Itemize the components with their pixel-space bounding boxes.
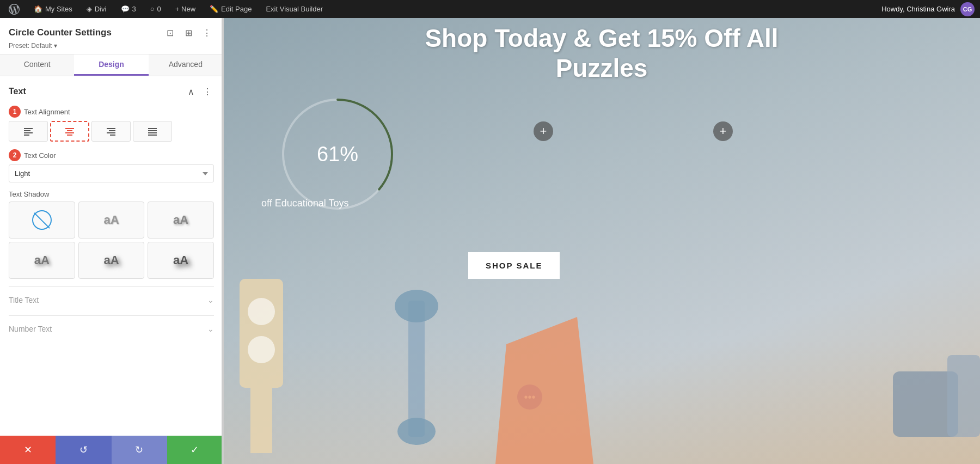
canvas-heading: Shop Today & Get 15% Off All Puzzles: [357, 18, 847, 83]
shadow-deep-option[interactable]: aA: [148, 242, 214, 279]
panel-header: Circle Counter Settings ⊡ ⊞ ⋮ Preset: De…: [0, 18, 223, 54]
edit-page-label: Edit Page: [221, 5, 252, 13]
tab-advanced[interactable]: Advanced: [149, 54, 223, 76]
circle-percent-label: 61%: [317, 143, 358, 166]
align-center-icon: [64, 127, 75, 136]
shadow-medium-option[interactable]: aA: [148, 202, 214, 239]
divi-icon: ◈: [87, 5, 92, 13]
divi-label: Divi: [95, 5, 107, 13]
save-button[interactable]: ✓: [167, 436, 223, 464]
align-right-btn[interactable]: [91, 121, 131, 142]
shadow-light-option[interactable]: aA: [78, 202, 145, 239]
user-avatar[interactable]: CG: [960, 2, 975, 16]
tab-content[interactable]: Content: [0, 54, 74, 76]
align-right-icon: [106, 127, 117, 136]
preset-selector[interactable]: Preset: Default ▾: [9, 42, 214, 50]
undo-button[interactable]: ↺: [56, 436, 111, 464]
exit-builder-btn[interactable]: Exit Visual Builder: [262, 3, 326, 15]
text-shadow-label: Text Shadow: [9, 190, 214, 198]
expand-icon[interactable]: ⊞: [181, 26, 195, 40]
exit-builder-label: Exit Visual Builder: [266, 5, 323, 13]
canvas-background: [223, 18, 980, 464]
text-section-title: Text: [9, 87, 26, 96]
text-shadow-row: Text Shadow aA aA: [9, 190, 214, 279]
admin-bar-right: Howdy, Christina Gwira CG: [881, 2, 975, 16]
howdy-text: Howdy, Christina Gwira: [881, 5, 955, 13]
panel-title: Circle Counter Settings: [9, 27, 112, 38]
edit-icon: ✏️: [210, 5, 218, 13]
comments-count: 3: [132, 5, 136, 13]
my-sites-label: My Sites: [45, 5, 72, 13]
home-icon: 🏠: [34, 5, 42, 13]
number-text-section: Number Text ⌄: [9, 315, 214, 339]
number-text-label: Number Text: [9, 325, 52, 333]
comment-count-btn[interactable]: ○ 0: [147, 3, 164, 15]
canvas-area: Shop Today & Get 15% Off All Puzzles 61%…: [223, 18, 980, 464]
shadow-strong-option[interactable]: aA: [9, 242, 75, 279]
title-text-chevron: ⌄: [207, 296, 214, 304]
tab-design[interactable]: Design: [74, 54, 148, 76]
dots-menu-btn[interactable]: •••: [517, 384, 542, 410]
step2-badge: 2: [9, 149, 21, 161]
title-text-section: Title Text ⌄: [9, 286, 214, 310]
redo-button[interactable]: ↻: [112, 436, 167, 464]
align-left-btn[interactable]: [9, 121, 48, 142]
shadow-light-preview: aA: [103, 213, 119, 227]
alignment-buttons: [9, 121, 214, 142]
text-section-more-icon[interactable]: ⋮: [201, 85, 214, 98]
circle-percent-value: 61%: [317, 143, 358, 166]
divi-btn[interactable]: ◈ Divi: [83, 3, 110, 15]
text-alignment-label: 1 Text Alignment: [9, 106, 214, 118]
panel-header-icons: ⊡ ⊞ ⋮: [163, 26, 214, 40]
text-color-label-text: Text Color: [24, 151, 56, 160]
align-center-btn[interactable]: [50, 121, 89, 142]
my-sites-btn[interactable]: 🏠 My Sites: [30, 3, 76, 15]
align-left-icon: [23, 127, 34, 136]
align-justify-btn[interactable]: [133, 121, 172, 142]
panel-tabs: Content Design Advanced: [0, 54, 223, 76]
comments-btn[interactable]: 💬 3: [118, 3, 139, 15]
circle-subtitle-text: off Educational Toys: [261, 198, 348, 209]
align-justify-icon: [147, 127, 158, 136]
number-text-chevron: ⌄: [207, 325, 214, 333]
title-text-label: Title Text: [9, 296, 39, 304]
admin-bar: 🏠 My Sites ◈ Divi 💬 3 ○ 0 + New ✏️ Edit …: [0, 0, 980, 18]
wordpress-icon: [9, 4, 20, 15]
new-btn[interactable]: + New: [172, 3, 199, 15]
no-shadow-icon: [32, 210, 52, 230]
shop-sale-button[interactable]: SHOP SALE: [468, 252, 560, 279]
comment-icon: 💬: [121, 5, 130, 13]
shadow-heavy-option[interactable]: aA: [78, 242, 145, 279]
number-text-header[interactable]: Number Text ⌄: [9, 323, 214, 339]
text-section-header: Text ∧ ⋮: [9, 85, 214, 98]
shadow-heavy-preview: aA: [103, 253, 119, 267]
shadow-none-option[interactable]: [9, 202, 75, 239]
step1-badge: 1: [9, 106, 21, 118]
text-alignment-label-text: Text Alignment: [24, 108, 70, 116]
section-controls: ∧ ⋮: [185, 85, 214, 98]
add-element-btn-1[interactable]: +: [534, 121, 553, 141]
shadow-deep-preview: aA: [173, 253, 188, 267]
minimize-icon[interactable]: ⊡: [163, 26, 177, 40]
text-alignment-row: 1 Text Alignment: [9, 106, 214, 142]
panel-title-row: Circle Counter Settings ⊡ ⊞ ⋮: [9, 26, 214, 40]
cancel-button[interactable]: ✕: [0, 436, 56, 464]
preset-label-text: Preset: Default: [9, 42, 52, 50]
canvas-heading-line2: Puzzles: [556, 54, 648, 82]
text-color-select[interactable]: Light Dark: [9, 164, 214, 182]
text-color-row: 2 Text Color Light Dark: [9, 149, 214, 182]
shadow-grid: aA aA aA aA aA: [9, 202, 214, 279]
title-text-header[interactable]: Title Text ⌄: [9, 295, 214, 310]
panel-content: Text ∧ ⋮ 1 Text Alignment: [0, 76, 223, 436]
wordpress-logo-btn[interactable]: [5, 2, 23, 17]
more-options-icon[interactable]: ⋮: [200, 26, 214, 40]
comment-badge: 0: [157, 5, 161, 13]
panel-resize-handle[interactable]: [222, 18, 224, 464]
circle-subtitle: off Educational Toys: [261, 198, 348, 209]
add-element-btn-2[interactable]: +: [713, 121, 733, 141]
admin-bar-left: 🏠 My Sites ◈ Divi 💬 3 ○ 0 + New ✏️ Edit …: [5, 2, 873, 17]
text-shadow-label-text: Text Shadow: [9, 190, 49, 198]
collapse-text-icon[interactable]: ∧: [185, 85, 198, 98]
comment-bubble-icon: ○: [150, 5, 155, 13]
edit-page-btn[interactable]: ✏️ Edit Page: [206, 3, 255, 15]
